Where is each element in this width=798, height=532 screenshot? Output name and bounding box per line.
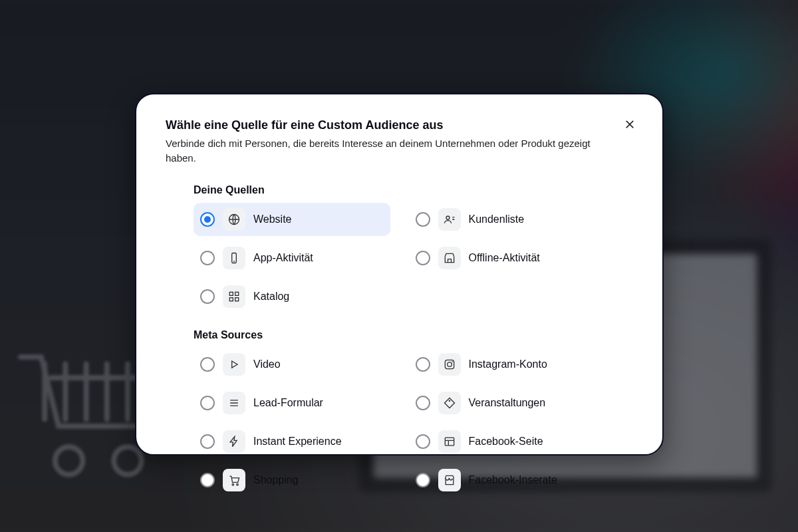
source-option-shopping[interactable]: Shopping (194, 464, 390, 497)
option-label: Facebook-Seite (469, 436, 543, 448)
source-group: Meta SourcesVideoInstagram-KontoLead-For… (166, 329, 633, 497)
radio-indicator (416, 251, 430, 265)
custom-audience-source-modal: Wähle eine Quelle für eine Custom Audien… (135, 93, 664, 456)
radio-indicator (200, 212, 215, 227)
source-option-video[interactable]: Video (194, 348, 390, 381)
svg-point-16 (237, 483, 239, 485)
source-option-website[interactable]: Website (194, 203, 390, 236)
source-option-katalog[interactable]: Katalog (194, 280, 390, 313)
option-label: Katalog (253, 291, 289, 303)
svg-point-13 (448, 400, 450, 402)
globe-icon (223, 208, 245, 231)
options-grid: VideoInstagram-KontoLead-FormularVeranst… (194, 348, 605, 497)
radio-indicator (416, 212, 430, 227)
source-option-offline[interactable]: Offline-Aktivität (409, 241, 606, 275)
modal-subtitle: Verbinde dich mit Personen, die bereits … (166, 136, 591, 166)
svg-point-12 (452, 361, 453, 362)
radio-indicator (416, 473, 430, 487)
radio-indicator (416, 434, 430, 449)
source-option-fbpage[interactable]: Facebook-Seite (409, 425, 606, 458)
user-list-icon (438, 208, 461, 231)
source-option-app[interactable]: App-Aktivität (194, 241, 390, 275)
source-option-fbins[interactable]: Facebook-Inserate (409, 464, 606, 497)
source-option-insta[interactable]: Instagram-Konto (409, 348, 606, 381)
option-label: Offline-Aktivität (469, 252, 540, 264)
grid-icon (223, 285, 245, 308)
svg-point-11 (447, 362, 452, 366)
bolt-icon (223, 430, 245, 453)
close-icon (624, 118, 636, 130)
option-label: Veranstaltungen (469, 397, 546, 409)
svg-marker-9 (232, 361, 237, 368)
group-title: Deine Quellen (194, 184, 605, 196)
source-group: Deine QuellenWebsiteKundenlisteApp-Aktiv… (166, 184, 633, 313)
option-label: Website (253, 213, 292, 225)
radio-indicator (200, 357, 215, 372)
phone-icon (223, 247, 245, 269)
svg-rect-8 (235, 297, 239, 301)
option-label: Instant Experience (253, 436, 342, 448)
instagram-icon (438, 353, 461, 376)
option-label: Shopping (253, 474, 299, 486)
option-label: App-Aktivität (253, 252, 313, 264)
modal-title: Wähle eine Quelle für eine Custom Audien… (166, 118, 633, 132)
source-option-events[interactable]: Veranstaltungen (409, 386, 606, 420)
radio-indicator (200, 473, 215, 487)
option-label: Kundenliste (469, 213, 525, 225)
option-label: Facebook-Inserate (469, 474, 557, 486)
radio-indicator (200, 289, 215, 304)
close-button[interactable] (620, 114, 640, 134)
storefront-icon (438, 469, 461, 491)
svg-rect-6 (235, 292, 239, 295)
play-icon (223, 353, 245, 376)
radio-indicator (200, 396, 215, 410)
radio-indicator (416, 396, 430, 410)
svg-rect-5 (229, 292, 233, 295)
svg-rect-7 (229, 297, 233, 301)
svg-point-3 (446, 216, 450, 219)
layout-icon (438, 430, 461, 453)
group-title: Meta Sources (194, 329, 605, 341)
svg-rect-14 (445, 438, 454, 446)
options-grid: WebsiteKundenlisteApp-AktivitätOffline-A… (194, 203, 605, 313)
lines-icon (223, 392, 245, 414)
source-option-kunden[interactable]: Kundenliste (409, 203, 606, 236)
option-label: Lead-Formular (253, 397, 323, 409)
option-label: Video (253, 358, 281, 370)
cart-icon (223, 469, 245, 491)
source-option-instx[interactable]: Instant Experience (194, 425, 390, 458)
store-icon (438, 247, 461, 269)
option-label: Instagram-Konto (469, 358, 547, 370)
radio-indicator (200, 251, 215, 265)
source-option-lead[interactable]: Lead-Formular (194, 386, 390, 420)
tag-icon (438, 392, 461, 414)
svg-point-15 (232, 483, 234, 485)
radio-indicator (200, 434, 215, 449)
radio-indicator (416, 357, 430, 372)
